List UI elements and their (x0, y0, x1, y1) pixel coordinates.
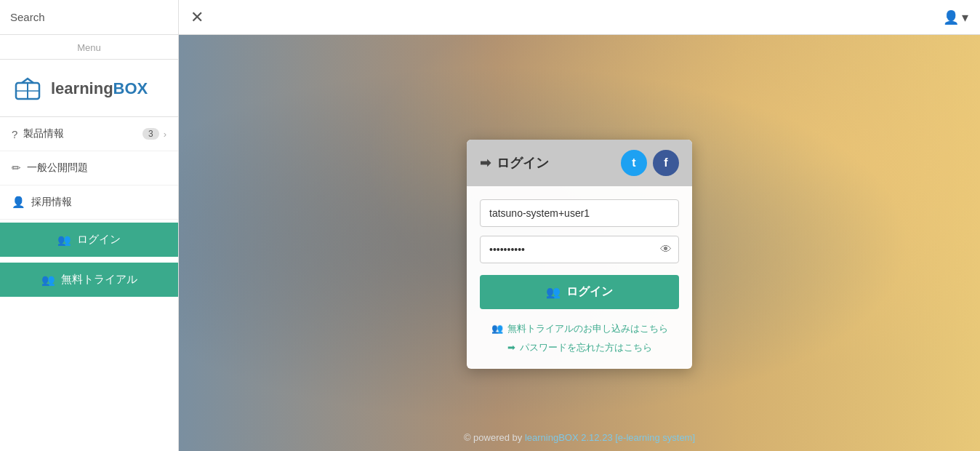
pencil-icon: ✏ (12, 161, 21, 175)
logo-text: learningBOX (51, 79, 148, 98)
login-button-label: ログイン (566, 284, 613, 300)
sidebar-login-button[interactable]: 👥 ログイン (0, 223, 178, 257)
sidebar-trial-button[interactable]: 👥 無料トライアル (0, 263, 178, 297)
sidebar-login-icon: 👥 (57, 234, 71, 247)
trial-link-icon: 👥 (491, 323, 503, 334)
login-title-text: ログイン (497, 154, 549, 172)
sidebar-item-public[interactable]: ✏ 一般公開問題 (0, 151, 178, 185)
forgot-password-link[interactable]: ➡ パスワードを忘れた方はこちら (507, 341, 652, 354)
twitter-icon: t (632, 156, 635, 169)
products-badge: 3 (142, 128, 159, 140)
top-bar: ✕ 👤 ▾ (179, 0, 980, 35)
sidebar-nav: ? 製品情報 3 › ✏ 一般公開問題 👤 採用情報 👥 ログイン 👥 無料トラ… (0, 117, 178, 451)
logo-box: BOX (113, 79, 148, 97)
footer-link[interactable]: learningBOX 2.12.23 [e-learning system] (525, 432, 695, 443)
footer-text: © powered by learningBOX 2.12.23 [e-lear… (464, 432, 695, 443)
username-input[interactable] (480, 199, 679, 227)
search-label: Search (10, 11, 45, 23)
trial-link[interactable]: 👥 無料トライアルのお申し込みはこちら (491, 322, 668, 335)
sidebar-login-label: ログイン (77, 233, 121, 247)
sidebar-item-recruit-label: 採用情報 (31, 196, 166, 209)
logo-icon (12, 73, 44, 105)
chevron-right-icon: › (164, 129, 166, 140)
sidebar-item-products[interactable]: ? 製品情報 3 › (0, 117, 178, 151)
user-avatar-icon: 👤 (943, 9, 959, 25)
login-card: ➡ ログイン t f 👁 (467, 140, 692, 369)
menu-label: Menu (0, 35, 178, 60)
password-toggle-icon[interactable]: 👁 (660, 243, 672, 256)
login-button[interactable]: 👥 ログイン (480, 275, 679, 309)
search-bar[interactable]: Search (0, 0, 178, 35)
main-area: ✕ 👤 ▾ ➡ ログイン t f (179, 0, 980, 451)
footer: © powered by learningBOX 2.12.23 [e-lear… (179, 423, 980, 451)
person-icon: 👤 (12, 196, 25, 209)
sidebar-trial-label: 無料トライアル (61, 273, 137, 287)
sidebar-item-recruit[interactable]: 👤 採用情報 (0, 185, 178, 220)
facebook-login-button[interactable]: f (653, 150, 679, 176)
login-card-header: ➡ ログイン t f (467, 140, 692, 186)
logo-learning: learning (51, 79, 113, 97)
login-links: 👥 無料トライアルのお申し込みはこちら ➡ パスワードを忘れた方はこちら (480, 322, 679, 354)
login-arrow-icon: ➡ (480, 155, 491, 171)
user-menu[interactable]: 👤 ▾ (943, 9, 968, 25)
twitter-login-button[interactable]: t (621, 150, 647, 176)
password-input[interactable] (480, 236, 679, 263)
trial-link-text: 無料トライアルのお申し込みはこちら (507, 322, 668, 335)
facebook-icon: f (664, 156, 667, 169)
background-area: ➡ ログイン t f 👁 (179, 35, 980, 451)
close-button[interactable]: ✕ (190, 8, 204, 27)
forgot-password-text: パスワードを忘れた方はこちら (520, 341, 652, 354)
social-buttons: t f (621, 150, 679, 176)
user-dropdown-arrow: ▾ (962, 9, 968, 25)
login-title: ➡ ログイン (480, 154, 549, 172)
sidebar-item-public-label: 一般公開問題 (27, 161, 166, 175)
logo: learningBOX (0, 60, 178, 117)
password-wrapper: 👁 (480, 236, 679, 263)
sidebar-trial-icon: 👥 (41, 274, 55, 287)
sidebar-item-products-label: 製品情報 (23, 127, 142, 140)
sidebar: Search Menu learningBOX ? 製品情報 3 › ✏ 一般公… (0, 0, 179, 451)
question-icon: ? (12, 128, 17, 140)
forgot-password-icon: ➡ (507, 342, 515, 353)
login-card-body: 👁 👥 ログイン 👥 無料トライアルのお申し込みはこちら ➡ パスワードを忘れた… (467, 186, 692, 369)
login-button-icon: 👥 (546, 285, 561, 299)
